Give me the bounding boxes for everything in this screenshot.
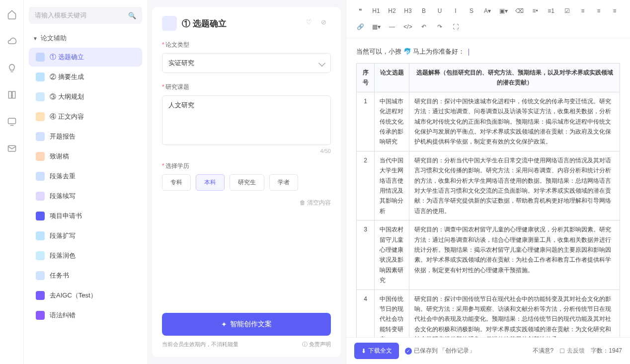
sidebar-item[interactable]: 开题报告 bbox=[29, 127, 142, 146]
svg-rect-0 bbox=[8, 118, 15, 124]
item-icon bbox=[36, 271, 45, 280]
item-label: ④ 正文内容 bbox=[50, 112, 84, 121]
sidebar-item[interactable]: 段落续写 bbox=[29, 187, 142, 206]
result-table: 序号论文选题选题解释（包括研究目的、研究方法、预期结果，以及对学术界或实践领域的… bbox=[356, 63, 620, 337]
link-button[interactable]: 🔗 bbox=[353, 20, 367, 34]
sidebar-item[interactable]: 致谢稿 bbox=[29, 147, 142, 166]
checklist-button[interactable]: ☑ bbox=[560, 4, 574, 18]
disclaimer-link[interactable]: ⓘ 免责声明 bbox=[302, 341, 331, 348]
h3-button[interactable]: H3 bbox=[401, 4, 415, 18]
sidebar-item[interactable]: 段落去重 bbox=[29, 167, 142, 186]
tree-items: ① 选题确立② 摘要生成③ 大纲规划④ 正文内容开题报告致谢稿段落去重段落续写项… bbox=[29, 48, 142, 325]
topic-label: 研究课题 bbox=[162, 83, 331, 91]
favorite-icon[interactable]: ♡ bbox=[306, 18, 316, 28]
item-label: 项目申请书 bbox=[50, 212, 82, 220]
align-right-button[interactable]: ≡ bbox=[608, 4, 622, 18]
book-icon[interactable] bbox=[6, 89, 17, 100]
submit-button[interactable]: ✦ 智能创作文案 bbox=[162, 313, 331, 336]
monitor-icon[interactable] bbox=[6, 116, 17, 127]
sidebar-item[interactable]: 语法纠错 bbox=[29, 306, 142, 325]
edu-tag[interactable]: 学者 bbox=[269, 174, 298, 191]
check-icon: ✓ bbox=[405, 348, 412, 355]
edu-label: 选择学历 bbox=[162, 162, 331, 170]
type-label: 论文类型 bbox=[162, 41, 331, 49]
item-label: 致谢稿 bbox=[50, 152, 69, 161]
editor-footer: ⬇ 下载全文 ✓ 已保存到 「创作记录」 不满意? ☐ 去反馈 字数：1947 bbox=[346, 337, 630, 364]
search-placeholder: 请输入模板关键词 bbox=[35, 11, 86, 20]
download-button[interactable]: ⬇ 下载全文 bbox=[354, 343, 399, 359]
download-icon: ⬇ bbox=[361, 348, 366, 355]
bg-color-button[interactable]: ▣▾ bbox=[496, 4, 510, 18]
item-label: 段落润色 bbox=[50, 251, 76, 260]
form-title: ① 选题确立 bbox=[182, 18, 301, 29]
editor-body[interactable]: 当然可以，小撩 🐬 马上为你准备好： 序号论文选题选题解释（包括研究目的、研究方… bbox=[346, 38, 630, 337]
underline-button[interactable]: U bbox=[433, 4, 447, 18]
item-label: ② 摘要生成 bbox=[50, 73, 84, 81]
sidebar-item[interactable]: 任务书 bbox=[29, 266, 142, 285]
item-label: 语法纠错 bbox=[50, 311, 76, 320]
edu-tag[interactable]: 专科 bbox=[162, 174, 191, 191]
clear-format-button[interactable]: ⌫ bbox=[512, 4, 526, 18]
sidebar-item[interactable]: ③ 大纲规划 bbox=[29, 87, 142, 106]
italic-button[interactable]: I bbox=[449, 4, 463, 18]
type-select[interactable]: 实证研究 bbox=[162, 53, 331, 73]
edu-tag[interactable]: 研究生 bbox=[230, 174, 264, 191]
table-header: 论文选题 bbox=[375, 64, 409, 92]
clear-button[interactable]: 清空内容 bbox=[162, 199, 331, 207]
sidebar-item[interactable]: 去AIGC（Test） bbox=[29, 286, 142, 305]
divider-button[interactable]: — bbox=[385, 20, 399, 34]
item-label: ③ 大纲规划 bbox=[50, 92, 84, 101]
item-icon bbox=[36, 212, 45, 220]
sidebar-item[interactable]: ② 摘要生成 bbox=[29, 68, 142, 86]
sidebar-item[interactable]: 段落润色 bbox=[29, 246, 142, 265]
template-sidebar: 请输入模板关键词 🔍 ▼ 论文辅助 ① 选题确立② 摘要生成③ 大纲规划④ 正文… bbox=[24, 0, 147, 364]
item-icon bbox=[36, 152, 45, 161]
table-header: 序号 bbox=[357, 64, 375, 92]
h1-button[interactable]: H1 bbox=[369, 4, 383, 18]
item-icon bbox=[36, 53, 45, 62]
mail-icon[interactable] bbox=[6, 143, 17, 154]
item-label: 去AIGC（Test） bbox=[50, 291, 97, 300]
align-center-button[interactable]: ≡ bbox=[592, 4, 606, 18]
code-button[interactable]: </> bbox=[401, 20, 415, 34]
redo-button[interactable]: ↷ bbox=[433, 20, 447, 34]
text-color-button[interactable]: A▾ bbox=[480, 4, 494, 18]
magic-icon: ✦ bbox=[221, 320, 227, 328]
feedback-link[interactable]: ☐ 去反馈 bbox=[559, 347, 585, 355]
sidebar-item[interactable]: 项目申请书 bbox=[29, 207, 142, 225]
chevron-down-icon bbox=[318, 60, 325, 67]
undo-button[interactable]: ↶ bbox=[417, 20, 431, 34]
h2-button[interactable]: H2 bbox=[385, 4, 399, 18]
number-list-button[interactable]: ≡1 bbox=[544, 4, 558, 18]
sidebar-item[interactable]: ① 选题确立 bbox=[29, 48, 142, 67]
align-left-button[interactable]: ≡ bbox=[576, 4, 590, 18]
fullscreen-button[interactable]: ⛶ bbox=[449, 20, 463, 34]
edu-tag[interactable]: 本科 bbox=[196, 174, 225, 191]
home-icon[interactable] bbox=[6, 9, 17, 20]
table-row: 4中国传统节日的现代社会功能转变研究研究目的：探讨中国传统节日在现代社会中的功能… bbox=[357, 290, 620, 337]
item-icon bbox=[36, 311, 45, 320]
bullet-list-button[interactable]: ≡• bbox=[528, 4, 542, 18]
table-button[interactable]: ▦▾ bbox=[369, 20, 383, 34]
table-row: 2当代中国大学生网络语言使用情况及其影响分析研究目的：分析当代中国大学生在日常交… bbox=[357, 151, 620, 220]
tree-root-label[interactable]: ▼ 论文辅助 bbox=[29, 31, 142, 46]
search-input[interactable]: 请输入模板关键词 🔍 bbox=[29, 7, 142, 24]
energy-note: 当前会员生效期内，不消耗能量 bbox=[162, 341, 238, 348]
quote-button[interactable]: ❝ bbox=[353, 4, 367, 18]
sidebar-item[interactable]: 段落扩写 bbox=[29, 226, 142, 245]
nav-rail bbox=[0, 0, 24, 364]
item-label: 段落扩写 bbox=[50, 231, 76, 240]
strike-button[interactable]: S bbox=[465, 4, 478, 18]
item-label: 段落续写 bbox=[50, 192, 76, 201]
word-count: 字数：1947 bbox=[591, 347, 622, 355]
topic-textarea[interactable]: 人文研究 bbox=[162, 95, 331, 145]
bulb-icon[interactable] bbox=[6, 63, 17, 73]
item-icon bbox=[36, 132, 45, 141]
item-icon bbox=[36, 291, 45, 300]
cloud-icon[interactable] bbox=[6, 36, 17, 47]
item-icon bbox=[36, 251, 45, 260]
table-header: 选题解释（包括研究目的、研究方法、预期结果，以及对学术界或实践领域的潜在贡献） bbox=[409, 64, 620, 92]
bold-button[interactable]: B bbox=[417, 4, 431, 18]
check-icon[interactable]: ⊘ bbox=[321, 18, 331, 28]
sidebar-item[interactable]: ④ 正文内容 bbox=[29, 107, 142, 126]
